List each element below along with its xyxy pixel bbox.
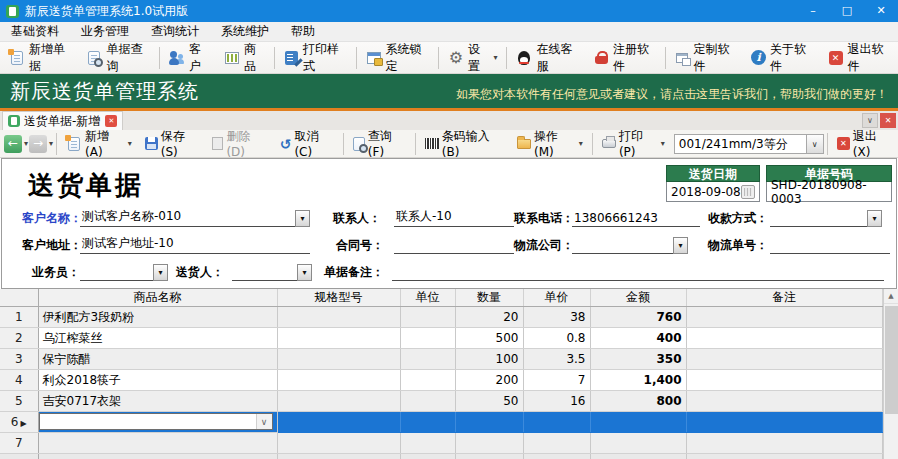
online-service-button[interactable]: 在线客服 (509, 45, 586, 71)
cell-remark[interactable] (686, 370, 882, 391)
payment-dropdown-icon[interactable]: ▾ (867, 210, 882, 227)
cell-amount[interactable]: 350 (590, 349, 686, 370)
print-button[interactable]: 打印(P) ▾ (596, 133, 671, 155)
cell-unit[interactable] (400, 307, 455, 328)
window-close-icon[interactable]: ✕ (864, 0, 898, 22)
cell-unit[interactable] (400, 328, 455, 349)
menu-system-maintenance[interactable]: 系统维护 (210, 22, 280, 41)
calendar-icon[interactable] (741, 185, 755, 199)
customer-name-combobox[interactable]: 测试客户名称-010 ▾ (80, 209, 310, 227)
forward-arrow-icon[interactable]: → (29, 135, 47, 153)
doc-remark-field[interactable] (392, 263, 884, 281)
product-select-dropdown-icon[interactable]: ∨ (256, 414, 272, 429)
product-name-edit-cell[interactable]: ∨ (38, 412, 277, 433)
maximize-icon[interactable]: □ (830, 0, 864, 22)
cell-product-name[interactable]: 吉安0717衣架 (38, 391, 277, 412)
custom-software-button[interactable]: 定制软件 (668, 45, 744, 71)
cell-amount[interactable] (590, 433, 686, 454)
print-style-button[interactable]: 打印样式 (277, 45, 354, 71)
scrollbar-thumb[interactable] (885, 306, 898, 414)
vertical-scrollbar[interactable]: ▲ (883, 289, 898, 459)
cell-product-name[interactable]: 伊利配方3段奶粉 (38, 307, 277, 328)
register-software-button[interactable]: 注册软件 (587, 45, 664, 71)
table-row[interactable]: 5 吉安0717衣架 50 16 800 (0, 391, 882, 412)
menu-basic-data[interactable]: 基础资料 (0, 22, 70, 41)
cell-price[interactable] (523, 412, 590, 433)
order-query-button[interactable]: 单据查询 (79, 45, 156, 71)
back-dropdown-icon[interactable]: ▾ (24, 139, 28, 148)
cell-spec[interactable] (277, 307, 400, 328)
cell-qty[interactable]: 100 (455, 349, 523, 370)
cell-unit[interactable] (400, 412, 455, 433)
cell-remark[interactable] (686, 328, 882, 349)
delivery-date-field[interactable]: 2018-09-08 (666, 182, 760, 202)
table-row[interactable]: 1 伊利配方3段奶粉 20 38 760 (0, 307, 882, 328)
doc-new-button[interactable]: 新增(A) ▾ (60, 133, 138, 155)
cell-qty[interactable]: 200 (455, 370, 523, 391)
cell-unit[interactable] (400, 349, 455, 370)
forward-dropdown-icon[interactable]: ▾ (49, 139, 53, 148)
cell-price[interactable]: 38 (523, 307, 590, 328)
exit-software-button[interactable]: ✕ 退出软件 (821, 45, 898, 71)
menu-business[interactable]: 业务管理 (70, 22, 140, 41)
cell-remark[interactable] (686, 391, 882, 412)
cell-price[interactable]: 16 (523, 391, 590, 412)
cell-spec[interactable] (277, 328, 400, 349)
column-header-spec[interactable]: 规格型号 (277, 289, 400, 307)
column-header-product-name[interactable]: 商品名称 (38, 289, 277, 307)
cell-qty[interactable]: 20 (455, 307, 523, 328)
column-header-qty[interactable]: 数量 (455, 289, 523, 307)
salesman-combobox[interactable]: ▾ (80, 263, 168, 281)
cell-price[interactable] (523, 433, 590, 454)
settings-button[interactable]: ⚙ 设置 ▾ (441, 45, 504, 71)
cell-remark[interactable] (686, 349, 882, 370)
column-header-price[interactable]: 单价 (523, 289, 590, 307)
address-field[interactable]: 测试客户地址-10 (80, 236, 310, 254)
table-row[interactable]: 2 乌江榨菜丝 500 0.8 400 (0, 328, 882, 349)
delivery-person-combobox[interactable]: ▾ (232, 263, 312, 281)
doc-query-button[interactable]: 查询(F) (347, 133, 412, 155)
salesman-dropdown-icon[interactable]: ▾ (153, 264, 168, 281)
cell-remark[interactable] (686, 307, 882, 328)
cell-remark[interactable] (686, 412, 882, 433)
cell-unit[interactable] (400, 370, 455, 391)
new-order-button[interactable]: 新增单据 (2, 45, 79, 71)
cell-spec[interactable] (277, 349, 400, 370)
cell-qty[interactable] (455, 433, 523, 454)
cell-qty[interactable]: 500 (455, 328, 523, 349)
system-lock-button[interactable]: 系统锁定 (359, 45, 436, 71)
column-header-remark[interactable]: 备注 (686, 289, 882, 307)
table-row[interactable]: 3 保宁陈醋 100 3.5 350 (0, 349, 882, 370)
empty-row[interactable]: 7 (0, 433, 882, 454)
cell-price[interactable]: 3.5 (523, 349, 590, 370)
cell-spec[interactable] (277, 433, 400, 454)
contract-field[interactable] (394, 236, 514, 254)
cell-qty[interactable] (455, 412, 523, 433)
cell-unit[interactable] (400, 433, 455, 454)
cell-amount[interactable]: 400 (590, 328, 686, 349)
operate-button[interactable]: 操作(M) ▾ (511, 133, 589, 155)
customers-button[interactable]: 客户 (162, 45, 217, 71)
column-header-unit[interactable]: 单位 (400, 289, 455, 307)
print-format-combobox[interactable]: 001/241mm/3等分 ∨ (674, 134, 824, 154)
product-select-combobox[interactable]: ∨ (39, 413, 273, 430)
cell-unit[interactable] (400, 391, 455, 412)
cell-price[interactable]: 0.8 (523, 328, 590, 349)
cell-spec[interactable] (277, 412, 400, 433)
column-header-amount[interactable]: 金额 (590, 289, 686, 307)
contact-field[interactable]: 联系人-10 (394, 209, 514, 227)
barcode-input-button[interactable]: 条码输入(B) (419, 133, 510, 155)
phone-field[interactable]: 13806661243 (572, 209, 700, 227)
table-row[interactable]: 4 利众2018筷子 200 7 1,400 (0, 370, 882, 391)
delivery-person-dropdown-icon[interactable]: ▾ (297, 264, 312, 281)
cell-spec[interactable] (277, 370, 400, 391)
doc-delete-button[interactable]: 删除(D) (206, 133, 272, 155)
doc-exit-button[interactable]: ✕ 退出(X) (831, 133, 898, 155)
menu-help[interactable]: 帮助 (280, 22, 326, 41)
scroll-up-icon[interactable]: ▲ (884, 289, 898, 304)
logistics-no-field[interactable] (770, 236, 890, 254)
cell-amount[interactable]: 800 (590, 391, 686, 412)
cell-product-name[interactable] (38, 433, 277, 454)
back-arrow-icon[interactable]: ← (4, 135, 22, 153)
customer-name-dropdown-icon[interactable]: ▾ (295, 210, 310, 227)
